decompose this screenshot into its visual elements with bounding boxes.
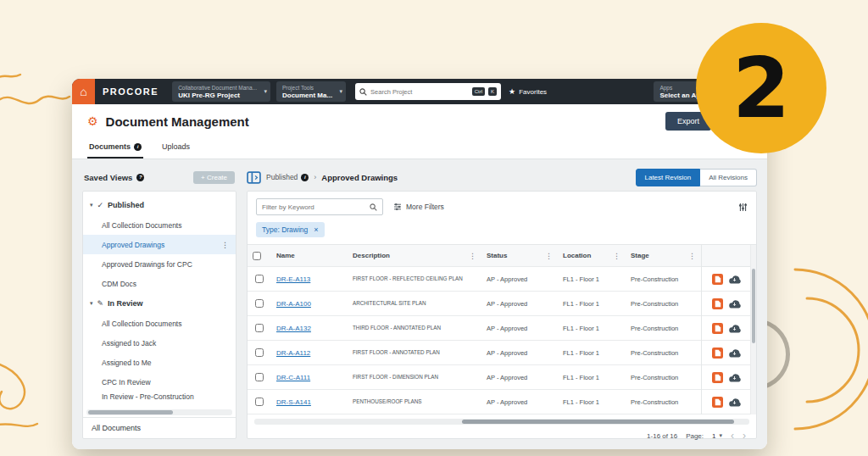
favorites-button[interactable]: ★ Favorites [509, 87, 547, 96]
sidebar-item-approved-drawings[interactable]: Approved Drawings ⋮ [83, 235, 236, 254]
document-status: AP - Approved [487, 300, 527, 308]
create-view-button[interactable]: + Create [193, 171, 235, 184]
download-cloud-icon[interactable] [728, 299, 741, 309]
scrollbar-thumb[interactable] [752, 269, 755, 343]
download-cloud-icon[interactable] [728, 275, 741, 284]
tool-selector-group: Project Tools [282, 84, 332, 92]
documents-table: Name Description⋮ Status⋮ Location⋮ Stag… [248, 244, 756, 414]
row-checkbox[interactable] [255, 398, 264, 406]
kebab-menu-icon[interactable]: ⋮ [221, 241, 229, 249]
project-selector-dropdown[interactable]: Collaborative Document Mana... UKI Pre-R… [172, 81, 270, 102]
open-viewer-icon[interactable] [712, 348, 723, 359]
download-cloud-icon[interactable] [728, 373, 741, 382]
info-icon[interactable]: i [301, 174, 309, 181]
tool-selector-dropdown[interactable]: Project Tools Document Ma... ▾ [276, 81, 346, 102]
home-button[interactable]: ⌂ [72, 79, 95, 104]
filter-chip-type-drawing[interactable]: Type: Drawing × [256, 222, 325, 237]
document-name-link[interactable]: DR-A-A132 [276, 325, 311, 332]
open-viewer-icon[interactable] [712, 323, 723, 334]
column-menu-icon[interactable]: ⋮ [613, 252, 620, 260]
more-filters-button[interactable]: More Filters [393, 203, 444, 211]
collapse-sidebar-button[interactable] [247, 170, 261, 185]
document-stage: Pre-Construction [631, 325, 678, 332]
sidebar-item-all-collection-documents[interactable]: All Collection Documents [83, 215, 236, 235]
sidebar-item-cdm-docs[interactable]: CDM Docs [83, 274, 236, 293]
column-menu-icon[interactable]: ⋮ [469, 252, 476, 260]
section-in-review[interactable]: ▾ ✎ In Review [83, 293, 236, 314]
tab-documents[interactable]: Documents i [87, 138, 143, 158]
row-actions [702, 365, 750, 390]
next-page-button[interactable]: › [743, 430, 746, 442]
document-status: AP - Approved [487, 275, 527, 283]
document-name-link[interactable]: DR-A-A100 [276, 300, 311, 308]
section-published[interactable]: ▾ ✓ Published [83, 195, 236, 215]
all-revisions-button[interactable]: All Revisions [700, 169, 757, 186]
download-cloud-icon[interactable] [728, 398, 741, 407]
keyword-filter-input[interactable] [262, 203, 366, 211]
document-name-link[interactable]: DR-E-A113 [276, 275, 310, 283]
table-horizontal-scrollbar[interactable] [254, 419, 749, 425]
document-description: ARCHITECTURAL SITE PLAN [353, 300, 426, 308]
column-menu-icon[interactable]: ⋮ [545, 252, 553, 260]
table-vertical-scrollbar[interactable] [750, 245, 756, 414]
filter-sliders-icon [393, 203, 402, 211]
select-all-checkbox[interactable] [253, 252, 261, 260]
scrollbar-thumb[interactable] [88, 410, 173, 414]
document-stage: Pre-Construction [631, 300, 678, 308]
row-checkbox[interactable] [255, 324, 264, 332]
document-name-link[interactable]: DR-A-A112 [276, 349, 310, 357]
column-header-name: Name [276, 252, 295, 259]
document-location: FL1 - Floor 1 [563, 300, 599, 308]
help-icon[interactable]: ? [136, 174, 144, 181]
tab-uploads-label: Uploads [162, 142, 190, 151]
sidebar-item-assigned-to-me[interactable]: Assigned to Me [83, 353, 236, 372]
document-status: AP - Approved [487, 349, 527, 357]
document-name-link[interactable]: DR-C-A111 [276, 374, 310, 381]
sidebar-item-all-collection-documents-review[interactable]: All Collection Documents [83, 314, 236, 333]
sidebar-item-assigned-to-jack[interactable]: Assigned to Jack [83, 333, 236, 353]
open-viewer-icon[interactable] [712, 397, 723, 408]
document-stage: Pre-Construction [631, 374, 678, 381]
row-checkbox[interactable] [255, 275, 264, 283]
close-icon[interactable]: × [314, 226, 318, 234]
sidebar-item-in-review-pre-construction[interactable]: In Review - Pre-Construction [83, 392, 236, 401]
tab-uploads[interactable]: Uploads [160, 138, 192, 158]
project-selector-company: Collaborative Document Mana... [178, 84, 257, 92]
column-header-location: Location [563, 252, 591, 259]
download-cloud-icon[interactable] [728, 348, 741, 358]
open-viewer-icon[interactable] [712, 274, 723, 285]
row-actions [702, 267, 750, 292]
sidebar-item-cpc-in-review[interactable]: CPC In Review [83, 372, 236, 392]
saved-views-list: ▾ ✓ Published All Collection Documents A… [82, 191, 236, 439]
filter-chip-label: Type: Drawing [262, 225, 308, 234]
chevron-down-icon: ▾ [90, 300, 93, 307]
latest-revision-button[interactable]: Latest Revision [636, 169, 701, 186]
column-menu-icon[interactable]: ⋮ [688, 252, 696, 260]
document-stage: Pre-Construction [631, 349, 678, 357]
row-checkbox[interactable] [255, 373, 264, 381]
row-actions [702, 341, 750, 365]
scrollbar-thumb[interactable] [462, 420, 734, 424]
download-cloud-icon[interactable] [728, 324, 741, 333]
document-name-link[interactable]: DR-S-A141 [276, 398, 311, 406]
search-input[interactable] [370, 88, 469, 96]
table-settings-icon[interactable] [738, 203, 748, 212]
open-viewer-icon[interactable] [712, 298, 723, 309]
table-row: DR-E-A113 FIRST FLOOR - REFLECTED CEILIN… [248, 267, 701, 292]
sidebar-item-all-documents[interactable]: All Documents [83, 417, 236, 438]
document-description: FIRST FLOOR - DIMENSION PLAN [353, 374, 438, 381]
sidebar-item-label: Approved Drawings [102, 241, 164, 249]
page-select-dropdown[interactable]: 1 ▾ [712, 432, 722, 440]
tab-documents-label: Documents [89, 142, 131, 151]
open-viewer-icon[interactable] [712, 372, 723, 383]
info-icon[interactable]: i [134, 143, 142, 151]
breadcrumb-collection[interactable]: Published i [266, 173, 309, 181]
sidebar-item-approved-drawings-cpc[interactable]: Approved Drawings for CPC [83, 254, 236, 274]
shortcut-key-k: K [488, 87, 497, 96]
tool-selector-tool: Document Ma... [282, 92, 332, 100]
sidebar-horizontal-scrollbar[interactable] [86, 409, 232, 415]
row-checkbox[interactable] [255, 299, 264, 308]
row-checkbox[interactable] [255, 348, 264, 357]
previous-page-button[interactable]: ‹ [731, 430, 734, 442]
document-description: PENTHOUSE/ROOF PLANS [353, 398, 422, 406]
